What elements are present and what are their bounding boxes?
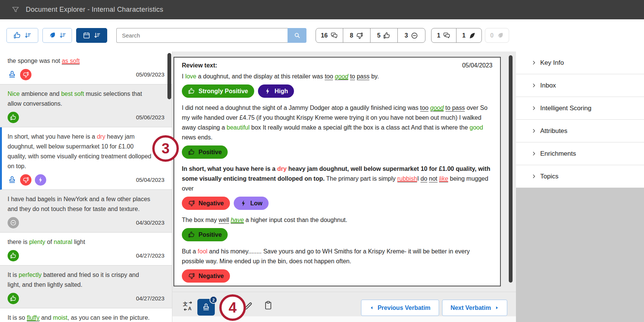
main-scrollbar[interactable] <box>509 55 513 283</box>
text-segment: good <box>470 124 483 131</box>
counter-value: 5 <box>377 32 381 39</box>
verbatim-list-item[interactable]: the sponge was not as soft 05/09/2023 <box>0 52 172 84</box>
badge-label: Positive <box>199 149 222 156</box>
clipboard-icon[interactable] <box>263 300 273 310</box>
quill-counter[interactable]: 1 <box>456 28 481 42</box>
neutral-icon <box>411 32 418 39</box>
accordion-section-intelligent-scoring[interactable]: Intelligent Scoring <box>516 97 644 120</box>
effort-sort-button[interactable] <box>42 28 72 43</box>
document-pane: Review text: 05/04/2023 I love a doughnu… <box>172 52 516 322</box>
text-segment: not <box>429 175 437 183</box>
verbatim-snippet: It is perfectly battered and fried so it… <box>8 270 153 290</box>
search-input[interactable] <box>116 28 288 43</box>
sort-icon <box>59 31 67 39</box>
effort-icon <box>496 32 504 39</box>
neutral-icon <box>10 219 17 226</box>
text-segment: have <box>231 217 244 224</box>
accordion-section-inbox[interactable]: Inbox <box>516 74 644 97</box>
accordion-section-attributes[interactable]: Attributes <box>516 120 644 142</box>
verbatim-snippet: there is plenty of natural light <box>8 237 153 247</box>
text-segment: good <box>430 105 444 112</box>
thumb-up-icon <box>10 295 17 302</box>
stamp-icon <box>8 70 17 79</box>
calendar-icon <box>83 31 91 39</box>
verbatim-date: 04/27/2023 <box>136 252 164 259</box>
neutral-counter[interactable]: 3 <box>398 28 425 42</box>
thumb-up-icon <box>188 88 195 95</box>
accordion-label: Inbox <box>540 82 556 89</box>
accordion-section-topics[interactable]: Topics <box>516 165 644 188</box>
counter-value: 16 <box>321 32 328 39</box>
text-segment: love <box>185 73 196 80</box>
verbatim-date: 04/30/2023 <box>136 219 164 226</box>
sentiment-badge-row: Positive <box>182 145 492 159</box>
verbatim-card: Review text: 05/04/2023 I love a doughnu… <box>174 57 501 286</box>
verbatim-list-item[interactable]: In short, what you have here is a dry he… <box>0 127 172 190</box>
sentiment-sort-button[interactable] <box>6 28 38 43</box>
verbatim-list-item[interactable]: It is perfectly battered and fried so it… <box>0 266 172 308</box>
previous-verbatim-button[interactable]: Previous Verbatim <box>361 300 439 316</box>
verbatim-list-item[interactable]: there is plenty of natural light 04/27/2… <box>0 233 172 266</box>
verbatim-list-item[interactable]: I have had bagels in NewYork and a few o… <box>0 190 172 233</box>
text-segment: fluffy <box>27 314 40 322</box>
text-segment: natural <box>54 239 72 245</box>
accordion-label: Topics <box>540 173 558 180</box>
text-segment: dry <box>277 166 287 172</box>
verbatim-list-item[interactable]: Nice ambience and best soft music select… <box>0 84 172 127</box>
annotation-circle-4: 4 <box>219 294 246 321</box>
verbatim-date: 05/09/2023 <box>136 71 164 78</box>
page-title: Document Explorer - Internal Characteris… <box>26 6 163 14</box>
thumb-up-icon <box>13 31 21 39</box>
stamp-icon <box>202 303 211 312</box>
thumb-down-icon <box>22 71 29 78</box>
document-date: 05/04/2023 <box>462 62 492 69</box>
text-segment: beautiful <box>227 124 250 131</box>
effort-icon <box>48 31 56 39</box>
chat-counter[interactable]: 1 <box>431 28 456 42</box>
date-sort-button[interactable] <box>76 28 107 43</box>
text-segment: well <box>219 217 229 224</box>
high-badge: High <box>258 84 294 98</box>
verbatim-snippet: I have had bagels in NewYork and a few o… <box>8 194 153 214</box>
text-segment: In short, what you have here is a <box>8 133 97 140</box>
accordion-section-key-info[interactable]: Key Info <box>516 52 644 74</box>
text-segment: It is so <box>8 314 27 321</box>
chevron-right-icon <box>531 60 537 66</box>
text-segment: as soft <box>62 58 80 65</box>
text-segment: too <box>325 73 333 80</box>
counter-value: 8 <box>350 32 353 39</box>
verbatim-date: 05/04/2023 <box>136 177 164 183</box>
text-segment: best soft <box>61 91 84 97</box>
next-verbatim-button[interactable]: Next Verbatim <box>442 300 507 316</box>
text-segment: fool <box>198 248 208 255</box>
annotation-number: 4 <box>228 300 236 316</box>
quill-icon <box>468 32 476 39</box>
text-segment: like <box>439 175 448 183</box>
translate-icon[interactable]: 文A <box>183 301 193 311</box>
thumb-down-icon <box>188 272 195 280</box>
verbatim-date: 05/06/2023 <box>136 114 164 120</box>
thumb-down-icon <box>22 177 29 183</box>
effort-counter[interactable]: 0 <box>485 28 509 42</box>
left-scrollbar[interactable] <box>167 53 171 99</box>
search-button[interactable] <box>288 28 306 43</box>
text-segment: In short, what you have here is a <box>182 166 277 172</box>
chat-counter[interactable]: 16 <box>316 28 343 42</box>
text-segment: of <box>45 239 54 245</box>
badge-label: Negative <box>199 200 224 207</box>
thumb-up-counter[interactable]: 5 <box>370 28 398 42</box>
accordion-section-enrichments[interactable]: Enrichments <box>516 142 644 165</box>
text-segment: But a <box>182 248 198 255</box>
text-segment: pass <box>357 73 370 80</box>
document-paragraph: But a fool and his money........ Save yo… <box>182 247 492 266</box>
verbatim-list-item[interactable]: It is so fluffy and moist, as you can se… <box>0 308 172 322</box>
thumb-down-counter[interactable]: 8 <box>343 28 370 42</box>
text-segment: I have had bagels in NewYork and a few o… <box>8 196 150 212</box>
stamp-button[interactable]: 2 <box>197 299 215 316</box>
chevron-right-icon <box>531 151 537 156</box>
text-segment: do <box>420 175 427 183</box>
counter-group-3: 0 <box>485 28 509 43</box>
text-segment: box It really would make a special gift … <box>250 124 470 131</box>
thumb-up-icon <box>10 252 17 259</box>
accordion-label: Intelligent Scoring <box>540 105 591 112</box>
